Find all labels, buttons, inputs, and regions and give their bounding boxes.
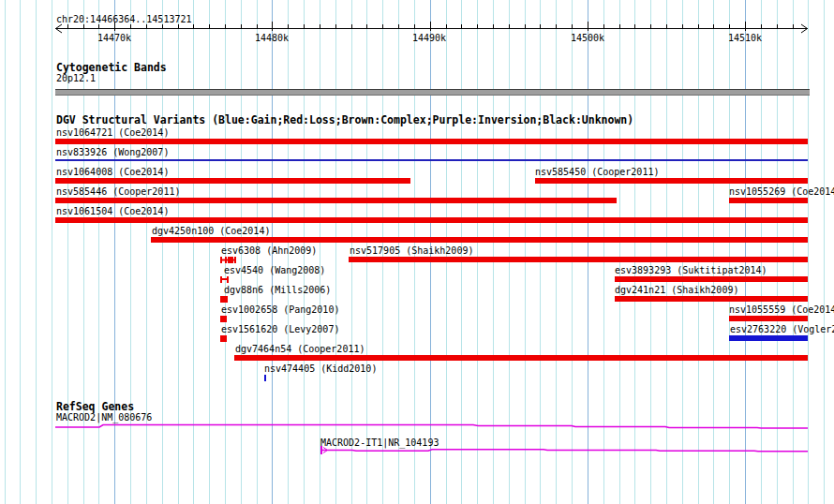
gene-label[interactable]: MACROD2-IT1|NR_104193	[320, 437, 439, 448]
cytoband-label: 20p12.1	[56, 73, 96, 83]
ruler-axis	[55, 28, 808, 29]
region-coordinates-label: chr20:14466364..14513721	[56, 14, 192, 24]
refseq-genes-header: RefSeq Genes	[56, 401, 134, 412]
cytogenetic-bands-header: Cytogenetic Bands	[56, 62, 167, 73]
dgv-track-header: DGV Structural Variants (Blue:Gain;Red:L…	[56, 114, 633, 126]
gene-label-layer: MACROD2|NM_080676MACROD2-IT1|NR_104193	[0, 0, 834, 504]
cytoband-bar	[55, 89, 810, 96]
gene-label[interactable]: MACROD2|NM_080676	[56, 412, 152, 422]
genome-browser-panel: chr20:14466364..14513721 14470k14480k144…	[0, 0, 834, 504]
